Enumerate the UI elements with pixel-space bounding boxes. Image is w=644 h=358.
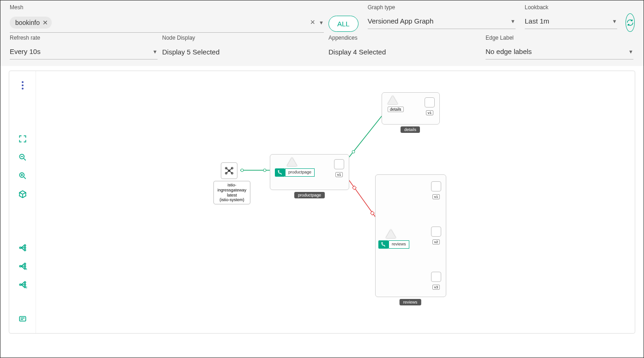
chevron-down-icon: ▼ [612, 18, 617, 24]
lookback-dropdown[interactable]: Last 1m ▼ [525, 13, 617, 29]
lookback-value: Last 1m [525, 17, 549, 25]
reviews-v1-tag: v1 [432, 194, 440, 199]
node-reviews-v1[interactable]: v1 [431, 181, 441, 200]
reviews-service-label: reviews [389, 240, 409, 249]
cube-button[interactable] [15, 186, 30, 202]
details-service-label: details [388, 107, 404, 112]
appendices-label: Appendices [328, 35, 476, 41]
graph-layout-2-icon: 2 [18, 280, 27, 289]
clear-icon[interactable]: × [310, 18, 316, 27]
svg-point-8 [24, 265, 25, 267]
refresh-rate-select: Refresh rate Every 10s ▼ [10, 35, 158, 60]
chevron-down-icon: ▼ [510, 18, 516, 24]
node-productpage-service[interactable] [287, 157, 297, 166]
svg-point-19 [263, 169, 266, 172]
zoom-out-button[interactable] [15, 149, 30, 165]
graph-type-value: Versioned App Graph [368, 17, 434, 25]
svg-point-2 [19, 247, 21, 248]
svg-point-11 [19, 284, 21, 285]
zoom-in-icon [18, 171, 27, 180]
zoom-in-button[interactable] [15, 168, 30, 184]
node-reviews-service[interactable] [386, 229, 396, 238]
fit-button[interactable] [15, 131, 30, 147]
node-display-value: Display 5 Selected [162, 48, 219, 56]
kebab-menu-button[interactable] [15, 78, 30, 93]
svg-point-25 [352, 150, 355, 153]
svg-point-13 [24, 284, 25, 285]
details-v1-tag: v1 [426, 110, 433, 115]
node-display-label: Node Display [162, 35, 310, 41]
group-details[interactable]: details v1 [382, 92, 440, 125]
node-productpage-v1[interactable]: v1 [334, 159, 344, 178]
legend-icon [18, 314, 27, 323]
virtualservice-icon [378, 240, 389, 249]
svg-point-6 [19, 265, 21, 267]
triangle-icon [386, 229, 396, 238]
svg-point-4 [24, 247, 25, 248]
refresh-rate-dropdown[interactable]: Every 10s ▼ [10, 44, 158, 60]
appendices-dropdown[interactable]: Display 4 Selected [328, 44, 476, 60]
workload-icon [431, 227, 441, 237]
workload-icon [334, 159, 344, 169]
chip-remove-icon[interactable]: ✕ [43, 19, 48, 26]
chevron-down-icon[interactable]: ▼ [319, 20, 324, 25]
node-ingress-label[interactable]: istio-ingressgateway latest (istio-syste… [213, 181, 250, 204]
reviews-v3-tag: v3 [432, 285, 440, 290]
graph-type-select: Graph type Versioned App Graph ▼ [368, 4, 516, 33]
mesh-chip[interactable]: bookinfo ✕ [10, 17, 52, 29]
svg-point-5 [24, 249, 25, 251]
reviews-group-tag: reviews [400, 299, 421, 305]
svg-text:2: 2 [25, 286, 27, 289]
node-display-select: Node Display Display 5 Selected [162, 35, 310, 60]
reviews-v2-tag: v2 [432, 239, 440, 245]
graph-canvas[interactable]: 1 2 [9, 71, 635, 334]
chevron-down-icon: ▼ [628, 49, 633, 54]
layout-3-button[interactable]: 2 [15, 277, 30, 292]
triangle-icon [287, 157, 297, 166]
svg-rect-16 [19, 316, 25, 321]
reviews-label-group: reviews [378, 240, 409, 249]
refresh-rate-label: Refresh rate [10, 35, 158, 41]
mesh-icon [224, 166, 234, 176]
node-details-service[interactable]: details [388, 95, 404, 113]
graph-edges [36, 71, 635, 333]
productpage-group-tag: productpage [294, 192, 325, 198]
graph-viewport[interactable]: istio-ingressgateway latest (istio-syste… [36, 71, 635, 333]
group-productpage[interactable]: productpage v1 [270, 154, 349, 190]
ingress-line2: latest [215, 193, 249, 198]
refresh-button[interactable] [626, 13, 635, 32]
group-reviews[interactable]: reviews v1 v2 v3 [375, 174, 446, 297]
lookback-label: Lookback [525, 4, 617, 11]
all-button[interactable]: ALL [328, 16, 358, 32]
mesh-input[interactable]: bookinfo ✕ × ▼ [10, 13, 324, 33]
node-display-dropdown[interactable]: Display 5 Selected [162, 44, 310, 60]
details-group-tag: details [401, 126, 420, 133]
zoom-out-icon [18, 153, 27, 162]
node-reviews-v2[interactable]: v2 [431, 227, 441, 245]
workload-icon [431, 181, 441, 191]
refresh-rate-value: Every 10s [10, 48, 41, 55]
graph-toolbar: 1 2 [9, 71, 36, 333]
graph-layout-icon [18, 243, 27, 252]
appendices-select: Appendices Display 4 Selected [328, 35, 476, 60]
productpage-service-label: productpage [285, 168, 315, 177]
edge-label-label: Edge Label [486, 35, 633, 41]
layout-2-button[interactable]: 1 [15, 258, 30, 274]
edge-label-dropdown[interactable]: No edge labels ▼ [486, 44, 633, 60]
node-reviews-v3[interactable]: v3 [431, 272, 441, 290]
triangle-icon [388, 95, 398, 104]
node-details-v1[interactable]: v1 [425, 97, 435, 116]
layout-1-button[interactable] [15, 240, 30, 256]
graph-type-dropdown[interactable]: Versioned App Graph ▼ [368, 13, 516, 29]
chevron-down-icon: ▼ [152, 49, 158, 54]
mesh-chip-text: bookinfo [15, 19, 40, 26]
svg-point-7 [24, 263, 25, 264]
legend-button[interactable] [15, 311, 30, 327]
node-ingress-icon[interactable] [221, 162, 237, 179]
mesh-filter: Mesh bookinfo ✕ × ▼ [10, 4, 324, 33]
productpage-v1-tag: v1 [335, 172, 343, 177]
productpage-label-group: productpage [275, 168, 315, 177]
kebab-icon [22, 81, 24, 90]
svg-text:1: 1 [25, 268, 27, 270]
ingress-line3: (istio-system) [215, 197, 249, 203]
